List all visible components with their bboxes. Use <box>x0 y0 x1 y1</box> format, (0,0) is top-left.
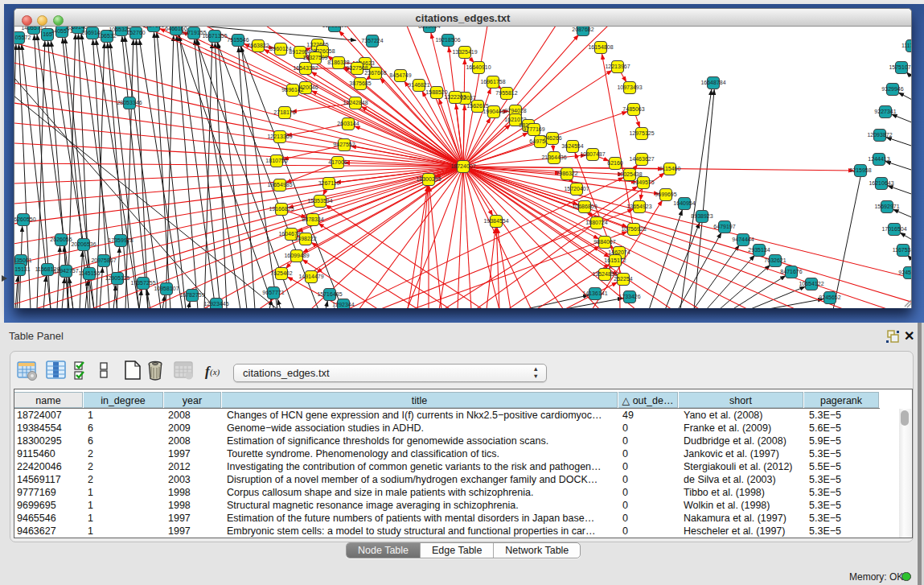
svg-text:1322203: 1322203 <box>444 94 466 100</box>
svg-text:9777169: 9777169 <box>523 126 544 132</box>
svg-text:17016504: 17016504 <box>881 226 906 232</box>
svg-text:7515546: 7515546 <box>227 37 248 43</box>
svg-text:12942757: 12942757 <box>53 268 78 274</box>
svg-text:9657771: 9657771 <box>262 290 284 295</box>
svg-text:14136141: 14136141 <box>582 290 607 296</box>
svg-text:12213369: 12213369 <box>267 134 292 139</box>
svg-text:10756928: 10756928 <box>621 226 646 232</box>
svg-text:9115460: 9115460 <box>659 166 681 171</box>
svg-text:16671355: 16671355 <box>202 33 227 39</box>
svg-text:9245231: 9245231 <box>898 270 911 275</box>
svg-text:152760: 152760 <box>126 30 145 35</box>
svg-text:12213967: 12213967 <box>605 64 630 69</box>
svg-text:1167534: 1167534 <box>893 247 911 253</box>
svg-text:(x): (x) <box>210 367 220 377</box>
svg-text:13325419: 13325419 <box>452 49 477 55</box>
svg-text:8912954: 8912954 <box>289 49 310 55</box>
svg-text:1145155: 1145155 <box>79 270 101 276</box>
svg-text:16640910: 16640910 <box>466 64 491 70</box>
svg-text:28053346: 28053346 <box>117 100 142 105</box>
svg-text:1615172: 1615172 <box>604 257 626 263</box>
svg-text:16033809: 16033809 <box>322 27 347 28</box>
svg-text:16543382: 16543382 <box>293 65 318 71</box>
svg-text:1117534: 1117534 <box>901 43 911 48</box>
svg-text:417006: 417006 <box>328 159 347 165</box>
svg-text:62160: 62160 <box>607 160 623 166</box>
svg-text:8878334: 8878334 <box>302 216 323 222</box>
svg-text:15692971: 15692971 <box>874 204 899 209</box>
svg-text:8454749: 8454749 <box>389 72 411 78</box>
svg-text:16648784: 16648784 <box>700 80 725 85</box>
svg-text:1349575: 1349575 <box>632 179 654 185</box>
svg-text:19654985: 19654985 <box>267 182 292 187</box>
svg-text:10973493: 10973493 <box>617 84 642 90</box>
svg-text:8938923: 8938923 <box>691 213 713 219</box>
svg-text:2367608: 2367608 <box>364 70 386 76</box>
svg-text:3267110: 3267110 <box>318 180 340 186</box>
svg-text:3498222: 3498222 <box>294 236 316 241</box>
svg-text:252254: 252254 <box>614 276 632 282</box>
svg-text:26260550: 26260550 <box>14 216 36 222</box>
svg-text:12905115: 12905115 <box>105 275 130 281</box>
svg-text:746266: 746266 <box>543 135 561 141</box>
svg-text:9245652: 9245652 <box>819 295 840 300</box>
svg-text:9474444: 9474444 <box>732 237 754 242</box>
svg-text:18724007: 18724007 <box>450 163 475 169</box>
svg-text:9146821: 9146821 <box>408 82 429 88</box>
svg-text:9329946: 9329946 <box>881 86 903 92</box>
svg-text:1990446: 1990446 <box>483 109 504 114</box>
svg-text:9794028: 9794028 <box>504 108 526 113</box>
svg-text:7663822: 7663822 <box>247 43 269 48</box>
svg-text:1562615: 1562615 <box>466 103 488 109</box>
svg-text:16961758: 16961758 <box>480 79 505 84</box>
svg-text:20975867: 20975867 <box>91 257 116 263</box>
svg-text:1292344: 1292344 <box>332 302 354 307</box>
svg-text:9427552: 9427552 <box>333 142 355 147</box>
svg-text:8813054: 8813054 <box>418 27 440 29</box>
svg-text:3915131: 3915131 <box>14 266 31 272</box>
svg-text:18300295: 18300295 <box>416 176 441 182</box>
svg-text:1810755: 1810755 <box>265 158 287 163</box>
svg-text:9227341: 9227341 <box>874 109 896 114</box>
svg-text:2087682: 2087682 <box>572 27 593 32</box>
svg-text:1880724: 1880724 <box>585 220 607 225</box>
svg-text:16099489: 16099489 <box>284 253 309 258</box>
svg-text:9699695: 9699695 <box>655 192 676 197</box>
svg-text:7632621: 7632621 <box>764 257 786 263</box>
svg-text:10807487: 10807487 <box>580 151 605 157</box>
svg-text:12975125: 12975125 <box>629 130 654 136</box>
svg-text:1244413: 1244413 <box>868 156 889 162</box>
svg-text:7357224: 7357224 <box>361 38 383 43</box>
svg-text:10958107: 10958107 <box>154 286 179 291</box>
svg-text:8471676: 8471676 <box>780 269 802 274</box>
svg-text:17357255: 17357255 <box>130 280 155 286</box>
svg-text:14914479: 14914479 <box>298 274 323 279</box>
svg-text:12923445: 12923445 <box>203 301 228 307</box>
svg-text:16154808: 16154808 <box>588 44 613 50</box>
svg-text:14463627: 14463627 <box>629 156 654 162</box>
svg-text:17359928: 17359928 <box>108 237 133 243</box>
svg-text:16782759: 16782759 <box>179 292 204 298</box>
svg-text:7955812: 7955812 <box>495 90 517 96</box>
svg-text:3875685: 3875685 <box>349 80 371 86</box>
svg-text:3624554: 3624554 <box>561 143 583 149</box>
svg-text:1435001: 1435001 <box>14 257 32 263</box>
svg-text:15720407: 15720407 <box>564 186 589 192</box>
svg-text:19218506: 19218506 <box>435 37 460 43</box>
svg-text:7986322: 7986322 <box>556 171 577 176</box>
svg-text:18327509: 18327509 <box>302 55 327 60</box>
svg-text:7625402: 7625402 <box>270 270 292 276</box>
svg-text:15751074: 15751074 <box>889 64 911 70</box>
svg-text:16210643: 16210643 <box>869 180 893 186</box>
svg-text:20206536: 20206536 <box>71 241 96 247</box>
svg-text:1527602: 1527602 <box>142 27 164 28</box>
svg-text:13654923: 13654923 <box>626 204 651 209</box>
svg-text:2603144: 2603144 <box>337 121 359 126</box>
svg-text:10654122: 10654122 <box>799 281 823 286</box>
svg-text:9896142: 9896142 <box>281 87 303 93</box>
svg-text:12242848: 12242848 <box>343 100 368 105</box>
svg-text:1640954: 1640954 <box>673 200 695 206</box>
svg-text:2626055: 2626055 <box>50 237 72 242</box>
svg-text:2718176: 2718176 <box>273 109 295 115</box>
svg-text:12093872: 12093872 <box>867 132 892 138</box>
